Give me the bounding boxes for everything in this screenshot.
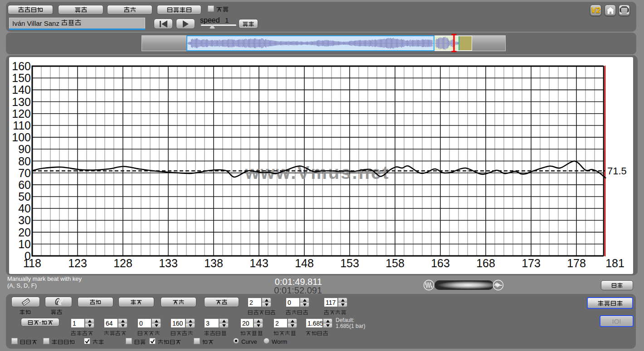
svg-text:30: 30 <box>18 214 31 226</box>
svg-text:118: 118 <box>23 257 41 269</box>
svg-text:138: 138 <box>204 257 223 269</box>
svg-text:140: 140 <box>12 83 31 96</box>
svg-text:178: 178 <box>567 257 586 269</box>
svg-text:128: 128 <box>113 257 132 269</box>
svg-text:40: 40 <box>18 202 31 215</box>
svg-text:10: 10 <box>18 238 31 250</box>
svg-text:148: 148 <box>295 257 314 269</box>
svg-text:50: 50 <box>18 190 31 203</box>
svg-text:20: 20 <box>18 226 31 239</box>
svg-text:70: 70 <box>18 167 31 179</box>
svg-text:80: 80 <box>18 155 31 168</box>
svg-text:150: 150 <box>12 72 31 84</box>
svg-text:168: 168 <box>476 257 495 269</box>
svg-text:163: 163 <box>431 257 450 269</box>
svg-text:153: 153 <box>340 257 359 269</box>
svg-text:158: 158 <box>385 257 405 269</box>
svg-text:123: 123 <box>68 257 87 269</box>
svg-text:143: 143 <box>249 257 268 269</box>
svg-text:90: 90 <box>18 143 31 155</box>
svg-text:120: 120 <box>12 107 31 120</box>
svg-text:71.5: 71.5 <box>607 165 627 177</box>
svg-text:160: 160 <box>12 60 31 72</box>
svg-text:173: 173 <box>522 257 541 269</box>
svg-text:133: 133 <box>159 257 178 269</box>
svg-text:110: 110 <box>13 119 31 132</box>
svg-text:181: 181 <box>605 257 624 269</box>
svg-text:60: 60 <box>18 178 31 191</box>
svg-text:100: 100 <box>12 131 31 144</box>
svg-text:130: 130 <box>12 96 31 108</box>
